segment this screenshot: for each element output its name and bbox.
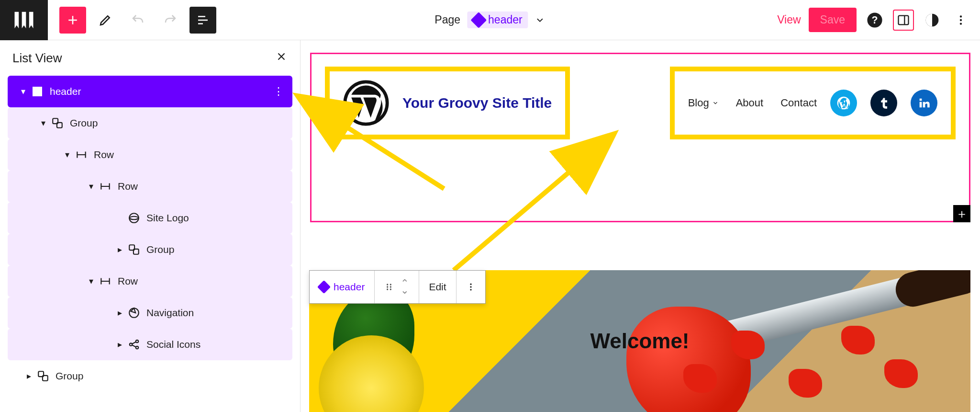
tree-item-row-inner1[interactable]: ▾ Row xyxy=(8,171,292,202)
chevron-down-icon[interactable]: ▾ xyxy=(84,276,98,286)
social-linkedin[interactable] xyxy=(911,90,937,116)
move-down-icon[interactable]: ⌄ xyxy=(401,287,409,294)
svg-point-6 xyxy=(960,23,962,24)
chevron-down-icon[interactable]: ▾ xyxy=(60,149,74,160)
hero-decor xyxy=(841,326,875,355)
svg-point-26 xyxy=(390,288,391,290)
tree-item-row[interactable]: ▾ Row xyxy=(8,139,292,171)
tree-item-header[interactable]: ▾ header ⋮ xyxy=(8,76,292,107)
page-label: Page xyxy=(434,13,460,26)
topbar-right-tools: View Save ? xyxy=(777,8,971,32)
tools-button[interactable] xyxy=(92,7,119,34)
svg-point-9 xyxy=(129,213,139,223)
navigation-icon xyxy=(126,307,142,319)
svg-point-28 xyxy=(470,286,471,287)
list-view-title: List View xyxy=(12,51,62,66)
svg-point-4 xyxy=(960,15,962,17)
redo-button[interactable] xyxy=(157,7,184,34)
wordpress-logo-icon[interactable] xyxy=(343,80,389,126)
svg-point-27 xyxy=(470,284,471,285)
svg-point-23 xyxy=(387,286,388,287)
workspace: List View ▾ header ⋮ ▾ Group ▾ Row xyxy=(0,40,980,412)
tree-item-group3[interactable]: ▸ Group xyxy=(8,360,292,392)
undo-button[interactable] xyxy=(124,7,151,34)
nav-item-blog[interactable]: Blog xyxy=(688,97,719,109)
chevron-down-icon[interactable]: ▾ xyxy=(36,118,50,128)
tree-item-row-inner2[interactable]: ▾ Row xyxy=(8,265,292,297)
chevron-right-icon[interactable]: ▸ xyxy=(22,371,35,381)
help-button[interactable]: ? xyxy=(864,10,885,31)
editor-canvas[interactable]: Your Groovy Site Title Blog About Contac… xyxy=(301,40,980,412)
kebab-icon xyxy=(955,14,967,26)
row-icon xyxy=(74,149,89,161)
chevron-down-icon[interactable] xyxy=(535,15,546,25)
group-icon xyxy=(35,370,51,382)
header-left-row-highlight[interactable]: Your Groovy Site Title xyxy=(325,67,570,139)
tree-item-navigation[interactable]: ▸ Navigation xyxy=(8,297,292,329)
save-button[interactable]: Save xyxy=(809,8,857,32)
chevron-right-icon[interactable]: ▸ xyxy=(113,244,126,255)
site-logo-icon xyxy=(11,8,36,33)
block-toolbar-edit[interactable]: Edit xyxy=(419,271,456,303)
tree-item-label: Row xyxy=(118,275,138,287)
tree-item-site-logo[interactable]: Site Logo xyxy=(8,202,292,234)
pencil-icon xyxy=(98,13,112,27)
template-chip[interactable]: header xyxy=(467,11,528,28)
document-title-area[interactable]: Page header xyxy=(434,11,545,28)
sidebar-icon xyxy=(897,13,910,27)
block-toolbar-type[interactable]: header xyxy=(310,271,375,303)
block-tree: ▾ header ⋮ ▾ Group ▾ Row ▾ Row xyxy=(0,76,300,392)
block-toolbar-options[interactable] xyxy=(457,271,485,303)
wordpress-icon xyxy=(836,95,851,111)
site-logo-icon xyxy=(126,212,142,224)
svg-rect-2 xyxy=(899,15,909,24)
chevron-down-icon[interactable]: ▾ xyxy=(84,181,98,192)
editor-topbar: Page header View Save ? xyxy=(0,0,980,40)
block-inserter-button[interactable] xyxy=(59,7,86,34)
group-icon xyxy=(126,243,142,256)
tree-item-label: Group xyxy=(56,370,83,382)
block-appender-button[interactable]: ＋ xyxy=(953,205,970,222)
navigation-block[interactable]: Blog About Contact xyxy=(688,97,817,109)
header-template-part[interactable]: Your Groovy Site Title Blog About Contac… xyxy=(310,53,970,222)
settings-toggle[interactable] xyxy=(893,10,914,31)
svg-text:?: ? xyxy=(872,14,878,26)
tree-item-label: Group xyxy=(146,244,174,255)
tree-item-label: header xyxy=(50,86,81,97)
options-button[interactable] xyxy=(950,10,971,31)
social-wordpress[interactable] xyxy=(830,90,857,116)
redo-icon xyxy=(163,13,178,27)
site-title[interactable]: Your Groovy Site Title xyxy=(402,95,552,111)
close-icon xyxy=(275,50,288,63)
chevron-down-icon[interactable]: ▾ xyxy=(16,86,30,97)
tree-item-group[interactable]: ▾ Group xyxy=(8,107,292,139)
list-view-toggle[interactable] xyxy=(189,7,216,34)
header-right-row-highlight[interactable]: Blog About Contact xyxy=(670,67,956,139)
tree-item-label: Row xyxy=(94,149,114,160)
chevron-right-icon[interactable]: ▸ xyxy=(113,308,126,318)
styles-button[interactable] xyxy=(922,10,943,31)
site-icon-button[interactable] xyxy=(0,0,48,40)
nav-item-about[interactable]: About xyxy=(736,97,764,109)
chevron-right-icon[interactable]: ▸ xyxy=(113,339,126,350)
block-toolbar-drag[interactable]: ⌃⌄ xyxy=(375,271,419,303)
header-row: Your Groovy Site Title Blog About Contac… xyxy=(312,54,969,152)
topbar-left-tools xyxy=(59,7,216,34)
tree-item-options[interactable]: ⋮ xyxy=(273,85,284,98)
row-icon xyxy=(98,180,113,193)
view-link[interactable]: View xyxy=(777,13,801,26)
svg-point-5 xyxy=(960,19,962,21)
close-list-view-button[interactable] xyxy=(275,50,288,66)
block-mover[interactable]: ⌃⌄ xyxy=(401,280,409,294)
plus-icon xyxy=(66,13,80,27)
tree-item-social-icons[interactable]: ▸ Social Icons xyxy=(8,329,292,360)
social-tumblr[interactable] xyxy=(870,90,897,116)
tree-item-group2[interactable]: ▸ Group xyxy=(8,234,292,265)
svg-point-29 xyxy=(470,289,471,290)
linkedin-icon xyxy=(917,96,931,110)
nav-item-contact[interactable]: Contact xyxy=(780,97,817,109)
hero-heading[interactable]: Welcome! xyxy=(590,329,689,353)
undo-icon xyxy=(131,13,145,27)
svg-point-22 xyxy=(390,284,391,285)
tree-item-label: Site Logo xyxy=(146,212,189,224)
